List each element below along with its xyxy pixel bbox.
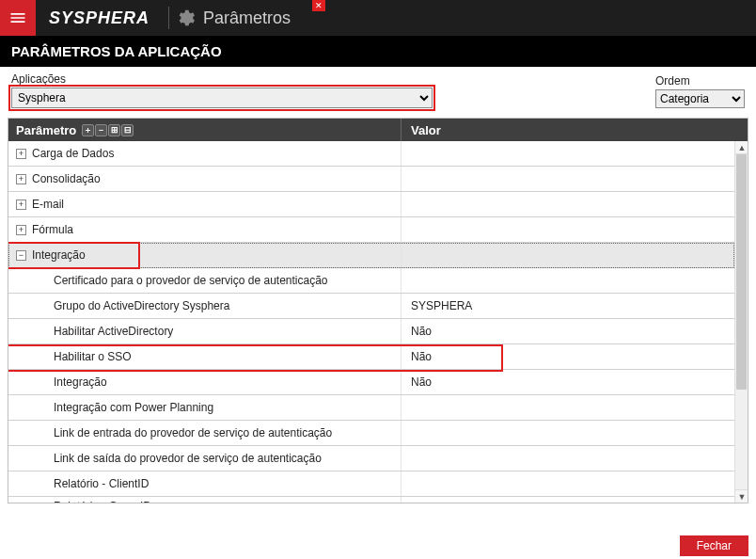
expand-icon[interactable]: + xyxy=(16,225,26,235)
table-row[interactable]: Certificado para o provedor de serviço d… xyxy=(8,268,734,294)
close-button[interactable]: Fechar xyxy=(680,535,748,556)
param-label: Certificado para o provedor de serviço d… xyxy=(54,274,328,287)
app-select[interactable]: Sysphera xyxy=(11,88,433,108)
col-header-param: Parâmetro ＋ － ⊞ ⊟ xyxy=(8,119,402,141)
table-row[interactable]: Grupo do ActiveDirectory Sysphera SYSPHE… xyxy=(8,294,734,319)
table-row[interactable]: +Fórmula xyxy=(8,217,734,243)
param-value: Não xyxy=(402,350,734,363)
expand-icon[interactable]: + xyxy=(16,174,26,184)
table-row-integration[interactable]: −Integração xyxy=(8,243,734,268)
filter-ordem: Ordem Categoria xyxy=(655,74,745,108)
collapse-icon[interactable]: − xyxy=(16,250,26,261)
toolbar-remove-icon[interactable]: － xyxy=(95,124,107,136)
param-label: Grupo do ActiveDirectory Sysphera xyxy=(54,299,229,312)
table-row[interactable]: +E-mail xyxy=(8,192,734,217)
param-label: Relatório - ClientID xyxy=(54,477,149,490)
menu-hamburger-button[interactable] xyxy=(0,0,36,36)
table-row[interactable]: Integração com Power Planning xyxy=(8,395,734,421)
param-label: Relatório - GroupID xyxy=(54,500,151,503)
footer: Fechar xyxy=(680,535,748,556)
hamburger-icon xyxy=(8,8,27,27)
grid-header: Parâmetro ＋ － ⊞ ⊟ Valor xyxy=(8,119,748,141)
table-row[interactable]: Integração Não xyxy=(8,370,734,395)
vertical-separator xyxy=(168,7,169,29)
parameter-grid: Parâmetro ＋ － ⊞ ⊟ Valor +Carga de Dados … xyxy=(8,118,748,503)
app-bar: SYSPHERA Parâmetros ✕ xyxy=(0,0,756,36)
table-row[interactable]: Relatório - GroupID xyxy=(8,497,734,503)
scroll-down-icon[interactable]: ▼ xyxy=(735,489,748,503)
col-header-valor: Valor xyxy=(402,123,748,137)
param-label: Integração com Power Planning xyxy=(54,401,213,414)
table-row[interactable]: Habilitar ActiveDirectory Não xyxy=(8,319,734,344)
param-value: Não xyxy=(402,375,734,389)
expand-icon[interactable]: + xyxy=(16,149,26,159)
group-label: Consolidação xyxy=(32,172,101,185)
param-value: Não xyxy=(402,325,734,338)
group-label: Carga de Dados xyxy=(32,147,114,160)
expand-icon[interactable]: + xyxy=(16,200,26,210)
filter-app: Aplicações Sysphera xyxy=(11,72,433,108)
table-row-sso[interactable]: Habilitar o SSO Não xyxy=(8,344,734,370)
scroll-up-icon[interactable]: ▲ xyxy=(735,141,748,154)
group-label: E-mail xyxy=(32,198,64,211)
ordem-label: Ordem xyxy=(655,74,745,88)
col-param-label: Parâmetro xyxy=(16,123,76,137)
ordem-select[interactable]: Categoria xyxy=(655,89,745,108)
app-label: Aplicações xyxy=(11,72,433,86)
param-label: Integração xyxy=(54,375,107,389)
scroll-thumb[interactable] xyxy=(736,154,747,390)
param-label: Habilitar o SSO xyxy=(54,350,132,363)
brand-logo: SYSPHERA xyxy=(36,8,163,28)
param-label: Habilitar ActiveDirectory xyxy=(54,325,173,338)
table-row[interactable]: Link de entrada do provedor de serviço d… xyxy=(8,421,734,446)
page-title: Parâmetros xyxy=(203,8,291,28)
table-row[interactable]: Relatório - ClientID xyxy=(8,471,734,497)
table-row[interactable]: Link de saída do provedor de serviço de … xyxy=(8,446,734,471)
group-label: Fórmula xyxy=(32,223,73,236)
param-label: Link de entrada do provedor de serviço d… xyxy=(54,426,332,439)
group-label: Integração xyxy=(32,248,86,262)
filter-bar: Aplicações Sysphera Ordem Categoria xyxy=(0,67,756,118)
toolbar-collapse-icon[interactable]: ⊟ xyxy=(121,124,134,136)
table-row[interactable]: +Carga de Dados xyxy=(8,141,734,167)
vertical-scrollbar[interactable]: ▲ ▼ xyxy=(734,141,748,503)
param-value: SYSPHERA xyxy=(402,299,734,312)
grid-body: +Carga de Dados +Consolidação +E-mail +F… xyxy=(8,141,734,503)
close-icon[interactable]: ✕ xyxy=(312,0,325,11)
toolbar-expand-icon[interactable]: ⊞ xyxy=(108,124,120,136)
toolbar-add-icon[interactable]: ＋ xyxy=(82,124,94,136)
section-heading: PARÂMETROS DA APLICAÇÃO xyxy=(0,36,756,67)
table-row[interactable]: +Consolidação xyxy=(8,167,734,192)
gear-icon xyxy=(175,8,196,28)
param-label: Link de saída do provedor de serviço de … xyxy=(54,452,322,465)
